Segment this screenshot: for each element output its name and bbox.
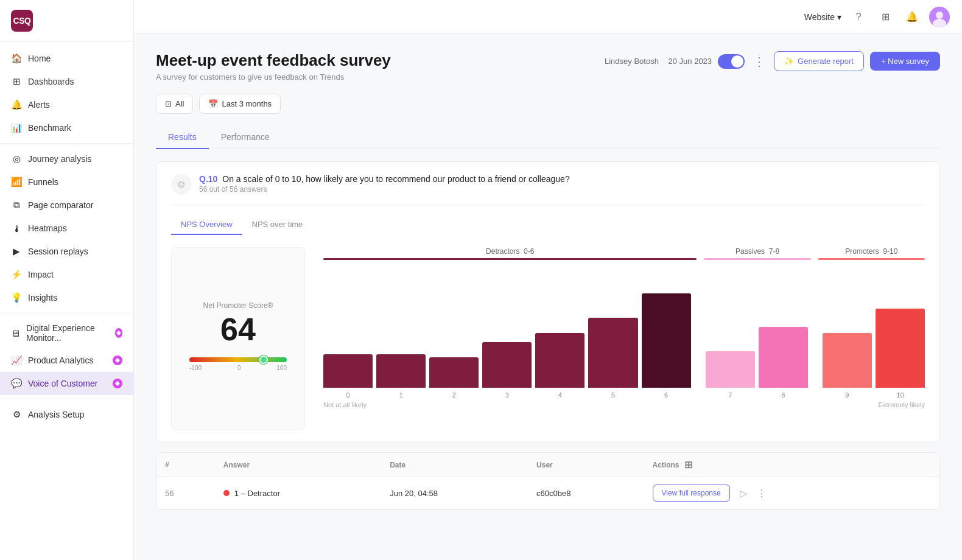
bar-1 bbox=[376, 354, 426, 388]
tab-performance[interactable]: Performance bbox=[209, 126, 282, 149]
comparator-icon: ⧉ bbox=[11, 200, 22, 211]
sidebar-item-funnels[interactable]: 📶 Funnels bbox=[0, 170, 133, 194]
product-analytics-icon: 📈 bbox=[11, 355, 22, 366]
nps-score-label: Net Promoter Score® bbox=[203, 301, 273, 310]
x-label-3: 3 bbox=[482, 391, 532, 399]
meta-info: Lindsey Botosh · 20 Jun 2023 bbox=[605, 57, 712, 66]
bar-rect-10 bbox=[876, 309, 925, 388]
sidebar-item-dashboards[interactable]: ⊞ Dashboards bbox=[0, 70, 133, 93]
nps-overview: Net Promoter Score® 64 -100 0 100 bbox=[171, 247, 925, 430]
sidebar-item-session-replays[interactable]: ▶ Session replays bbox=[0, 240, 133, 263]
x-label-6: 6 bbox=[642, 391, 691, 399]
nps-gauge: -100 0 100 bbox=[189, 357, 287, 371]
nav-divider bbox=[0, 143, 133, 144]
answer-text: 1 – Detractor bbox=[234, 489, 280, 498]
workspace-label: Website bbox=[804, 12, 835, 22]
sidebar: CSQ 🏠 Home ⊞ Dashboards 🔔 Alerts 📊 Bench… bbox=[0, 0, 134, 560]
bar-8 bbox=[759, 327, 808, 388]
insights-icon: 💡 bbox=[11, 292, 22, 303]
tab-results[interactable]: Results bbox=[156, 126, 209, 149]
nps-score-box: Net Promoter Score® 64 -100 0 100 bbox=[171, 247, 305, 430]
filter-date-button[interactable]: 📅 Last 3 months bbox=[199, 94, 281, 114]
sidebar-item-analysis-setup[interactable]: ⚙ Analysis Setup bbox=[0, 403, 133, 426]
play-icon[interactable]: ▷ bbox=[740, 488, 747, 499]
bar-2 bbox=[429, 357, 479, 388]
journey-icon: ◎ bbox=[11, 153, 22, 164]
bar-4 bbox=[535, 333, 585, 388]
detractors-line bbox=[323, 258, 697, 260]
sidebar-item-impact[interactable]: ⚡ Impact bbox=[0, 263, 133, 286]
home-icon: 🏠 bbox=[11, 53, 22, 64]
sidebar-item-label: Analysis Setup bbox=[28, 410, 85, 419]
sidebar-item-page-comparator[interactable]: ⧉ Page comparator bbox=[0, 194, 133, 217]
svg-point-4 bbox=[936, 12, 943, 19]
help-button[interactable]: ? bbox=[849, 7, 868, 27]
dashboards-icon: ⊞ bbox=[11, 76, 22, 87]
bar-rect-7 bbox=[706, 351, 755, 388]
svg-marker-2 bbox=[115, 381, 120, 386]
col-actions: Actions ⊞ bbox=[644, 453, 940, 477]
chart-footer: Not at all likely Extremely likely bbox=[323, 401, 925, 408]
view-full-response-button[interactable]: View full response bbox=[653, 485, 730, 502]
actions-label: Actions bbox=[653, 461, 679, 469]
question-text-area: Q.10 On a scale of 0 to 10, how likely a… bbox=[199, 174, 570, 194]
row-user: c60c0be8 bbox=[528, 477, 644, 509]
sidebar-item-alerts[interactable]: 🔔 Alerts bbox=[0, 93, 133, 116]
table-grid-icon[interactable]: ⊞ bbox=[684, 459, 692, 471]
passives-label: Passives 7-8 bbox=[704, 247, 810, 256]
sidebar-item-label: Product Analytics bbox=[28, 355, 93, 365]
sidebar-item-voice-of-customer[interactable]: 💬 Voice of Customer bbox=[0, 372, 133, 395]
detractors-section: Detractors 0-6 bbox=[323, 247, 697, 260]
nps-tab-over-time[interactable]: NPS over time bbox=[242, 215, 313, 235]
filter-all-button[interactable]: ⊡ All bbox=[156, 94, 193, 114]
active-toggle[interactable] bbox=[718, 54, 745, 69]
digital-icon: 🖥 bbox=[11, 327, 20, 338]
bar-9 bbox=[823, 333, 872, 388]
app-logo[interactable]: CSQ bbox=[11, 10, 33, 32]
grid-button[interactable]: ⊞ bbox=[876, 7, 895, 27]
generate-report-button[interactable]: ✨ Generate report bbox=[774, 51, 864, 71]
more-row-icon[interactable]: ⋮ bbox=[757, 488, 767, 499]
sidebar-item-insights[interactable]: 💡 Insights bbox=[0, 286, 133, 309]
question-header: ☺ Q.10 On a scale of 0 to 10, how likely… bbox=[171, 174, 925, 205]
col-user: User bbox=[528, 453, 644, 477]
col-number: # bbox=[156, 453, 215, 477]
sidebar-item-digital-experience[interactable]: 🖥 Digital Experience Monitor... bbox=[0, 317, 133, 349]
page-header: Meet-up event feedback survey A survey f… bbox=[156, 51, 940, 82]
x-label-2: 2 bbox=[429, 391, 479, 399]
nav-divider-2 bbox=[0, 313, 133, 313]
x-axis-left-label: Not at all likely bbox=[323, 401, 367, 408]
sidebar-item-heatmaps[interactable]: 🌡 Heatmaps bbox=[0, 217, 133, 240]
x-label-1: 1 bbox=[376, 391, 426, 399]
sidebar-item-home[interactable]: 🏠 Home bbox=[0, 47, 133, 70]
bar-rect-0 bbox=[323, 354, 373, 388]
nps-tab-overview[interactable]: NPS Overview bbox=[171, 215, 242, 235]
sidebar-item-product-analytics[interactable]: 📈 Product Analytics bbox=[0, 349, 133, 372]
sidebar-item-label: Insights bbox=[28, 293, 57, 303]
workspace-selector[interactable]: Website ▾ bbox=[804, 12, 841, 22]
more-options-button[interactable]: ⋮ bbox=[751, 52, 768, 71]
nps-gauge-labels: -100 0 100 bbox=[189, 365, 287, 371]
new-survey-button[interactable]: + New survey bbox=[870, 52, 940, 71]
x-label-7: 7 bbox=[706, 391, 755, 399]
gauge-zero: 0 bbox=[237, 365, 241, 371]
page-subtitle: A survey for customers to give us feedba… bbox=[156, 72, 391, 82]
nps-tabs: NPS Overview NPS over time bbox=[171, 215, 925, 235]
question-body: On a scale of 0 to 10, how likely are yo… bbox=[222, 174, 569, 184]
avatar[interactable] bbox=[929, 7, 950, 27]
bar-0 bbox=[323, 354, 373, 388]
bar-rect-8 bbox=[759, 327, 808, 388]
x-label-4: 4 bbox=[535, 391, 585, 399]
sidebar-item-benchmark[interactable]: 📊 Benchmark bbox=[0, 116, 133, 139]
generate-report-label: Generate report bbox=[798, 57, 854, 66]
nps-gauge-dot bbox=[259, 355, 268, 364]
row-answer: 1 – Detractor bbox=[215, 477, 381, 509]
sidebar-item-journey-analysis[interactable]: ◎ Journey analysis bbox=[0, 147, 133, 170]
nps-score-number: 64 bbox=[220, 313, 256, 345]
benchmark-icon: 📊 bbox=[11, 122, 22, 133]
question-card: ☺ Q.10 On a scale of 0 to 10, how likely… bbox=[156, 161, 940, 443]
sidebar-item-label: Alerts bbox=[28, 100, 50, 110]
bar-rect-2 bbox=[429, 357, 479, 388]
notification-button[interactable]: 🔔 bbox=[902, 7, 922, 27]
main-area: Website ▾ ? ⊞ 🔔 Meet-up event feedback s… bbox=[134, 0, 962, 560]
